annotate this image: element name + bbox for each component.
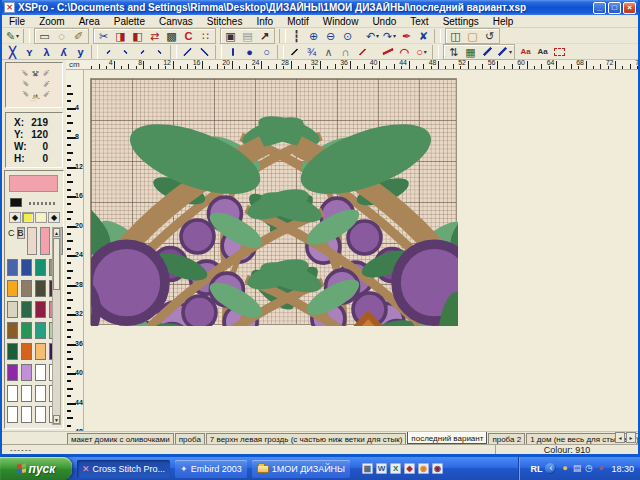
- design-tab-4[interactable]: проба 2: [488, 433, 525, 444]
- hide-icons-chevron-icon[interactable]: ‹: [545, 463, 556, 474]
- arc-tool-button[interactable]: ◠: [396, 45, 413, 59]
- rect-select-button[interactable]: ▭: [36, 29, 53, 43]
- menu-canvas[interactable]: Canvas: [152, 15, 200, 28]
- three-quarter-cross-4-button[interactable]: y: [72, 45, 89, 59]
- bead-outline-button[interactable]: ○: [258, 45, 275, 59]
- design-tab-0[interactable]: макет домик с оливочками: [67, 433, 174, 444]
- menu-motif[interactable]: Motif: [280, 15, 316, 28]
- restore-page-button[interactable]: ↺: [481, 29, 498, 43]
- palette-swatch[interactable]: [21, 280, 32, 297]
- zoom-out-button[interactable]: ⊖: [322, 29, 339, 43]
- design-tab-3[interactable]: последний вариант: [407, 431, 487, 444]
- palette-swatch[interactable]: [35, 280, 46, 297]
- menu-file[interactable]: File: [2, 15, 32, 28]
- palette-swatch[interactable]: [35, 322, 46, 339]
- screen-view-button[interactable]: ▣: [222, 29, 239, 43]
- bead-filled-button[interactable]: ●: [241, 45, 258, 59]
- excel-icon[interactable]: X: [390, 463, 401, 474]
- start-button[interactable]: пуск: [0, 457, 72, 480]
- language-indicator[interactable]: RL: [530, 464, 542, 474]
- thread-guide-button[interactable]: ┇: [288, 29, 305, 43]
- menu-palette[interactable]: Palette: [107, 15, 152, 28]
- font-black-button[interactable]: Aa: [534, 45, 551, 59]
- gray-tray-icon[interactable]: ▤: [571, 463, 582, 474]
- cut-motif-button[interactable]: ✂: [95, 29, 112, 43]
- half-stitch-forward-button[interactable]: [196, 45, 213, 59]
- scheduler-tray-icon[interactable]: ◷: [583, 463, 594, 474]
- palette-swatch[interactable]: [35, 259, 46, 276]
- palette-swatch[interactable]: [21, 322, 32, 339]
- pointer-mode-button[interactable]: ↗: [256, 29, 273, 43]
- title-bar[interactable]: ✕ XSPro - C:\Documents and Settings\Rimm…: [2, 0, 638, 15]
- menu-text[interactable]: Text: [403, 15, 435, 28]
- paste-motif-button[interactable]: ◧: [129, 29, 146, 43]
- design-tab-1[interactable]: проба: [175, 433, 205, 444]
- select-dashed-button[interactable]: [551, 45, 568, 59]
- palette-swatch[interactable]: [27, 227, 37, 255]
- zoom-actual-button[interactable]: ⊙: [339, 29, 356, 43]
- palette-swatch[interactable]: [35, 406, 46, 423]
- menu-window[interactable]: Window: [316, 15, 366, 28]
- backstitch-red-button[interactable]: [354, 45, 371, 59]
- palette-swatch[interactable]: [7, 259, 18, 276]
- palette-swatch[interactable]: [21, 385, 32, 402]
- font-red-button[interactable]: Aa: [517, 45, 534, 59]
- thick-backstitch-button[interactable]: [479, 45, 496, 59]
- backstitch-thin-button[interactable]: [286, 45, 303, 59]
- stitch-style-diamond-left-button[interactable]: ◆: [9, 212, 21, 223]
- pattern-motif-button[interactable]: ▩: [163, 29, 180, 43]
- menu-area[interactable]: Area: [72, 15, 107, 28]
- pencil-tool-dropdown-icon[interactable]: ▾: [16, 30, 19, 42]
- cross-stitch-pro-window-button[interactable]: ✕Cross Stitch Pro...: [77, 460, 170, 478]
- minimize-button[interactable]: _: [593, 2, 606, 14]
- menu-info[interactable]: Info: [249, 15, 280, 28]
- mirror-motif-button[interactable]: ⇄: [146, 29, 163, 43]
- grid-pen-button[interactable]: ▦: [462, 45, 479, 59]
- menu-stitches[interactable]: Stitches: [200, 15, 250, 28]
- undo-button[interactable]: ↶▾: [364, 29, 381, 43]
- french-knot-button[interactable]: [224, 45, 241, 59]
- palette-swatch[interactable]: [7, 406, 18, 423]
- media-tool-icon[interactable]: ◆: [404, 463, 415, 474]
- backstitch-angle-button[interactable]: ∧: [320, 45, 337, 59]
- stitch-style-yellow-selected-button[interactable]: [22, 212, 34, 223]
- menu-help[interactable]: Help: [486, 15, 521, 28]
- lasso-select-button[interactable]: ◌: [53, 29, 70, 43]
- stitch-style-diamond-right-button[interactable]: ◆: [48, 212, 60, 223]
- embird-window-button[interactable]: ✦Embird 2003: [175, 460, 247, 478]
- moi-dizayny-window-button[interactable]: 1МОИ ДИЗАЙНЫ: [252, 460, 350, 478]
- half-stitch-back-button[interactable]: [179, 45, 196, 59]
- palette-swatch[interactable]: [35, 385, 46, 402]
- menu-undo[interactable]: Undo: [365, 15, 403, 28]
- stitch-canvas[interactable]: [90, 78, 457, 325]
- tab-scroll-left-icon[interactable]: ◂: [615, 432, 625, 443]
- palette-swatch[interactable]: [21, 343, 32, 360]
- flip-stitch-button[interactable]: ⇅: [445, 45, 462, 59]
- palette-scroll-up-icon[interactable]: ▲: [53, 228, 60, 237]
- tab-scroll-right-icon[interactable]: ▸: [626, 432, 636, 443]
- round-tray-icon[interactable]: ●: [595, 463, 606, 474]
- close-button[interactable]: ×: [623, 2, 636, 14]
- menu-settings[interactable]: Settings: [436, 15, 486, 28]
- quarter-stitch-tr-button[interactable]: [117, 45, 134, 59]
- quarter-stitch-br-button[interactable]: [151, 45, 168, 59]
- freehand-line-button[interactable]: [379, 45, 396, 59]
- pencil-tool-button[interactable]: ✎▾: [4, 29, 21, 43]
- quarter-stitch-tl-button[interactable]: [100, 45, 117, 59]
- palette-swatch[interactable]: [35, 301, 46, 318]
- thick-backstitch-alt-dropdown-icon[interactable]: ▾: [509, 46, 512, 58]
- palette-swatch[interactable]: [7, 385, 18, 402]
- current-colour-swatch[interactable]: [9, 175, 58, 192]
- gold-tray-icon[interactable]: ●: [559, 463, 570, 474]
- word-icon[interactable]: W: [376, 463, 387, 474]
- copy-page-button[interactable]: ◫: [447, 29, 464, 43]
- pencil-select-button[interactable]: ✐: [70, 29, 87, 43]
- player-app-icon[interactable]: ◉: [432, 463, 443, 474]
- palette-swatch[interactable]: [21, 406, 32, 423]
- backstitch-column-button[interactable]: B: [17, 227, 25, 239]
- erase-button[interactable]: ✘: [415, 29, 432, 43]
- scatter-motif-button[interactable]: ∷: [197, 29, 214, 43]
- orange-app-icon[interactable]: ◉: [418, 463, 429, 474]
- palette-swatch[interactable]: [21, 259, 32, 276]
- palette-swatch[interactable]: [7, 343, 18, 360]
